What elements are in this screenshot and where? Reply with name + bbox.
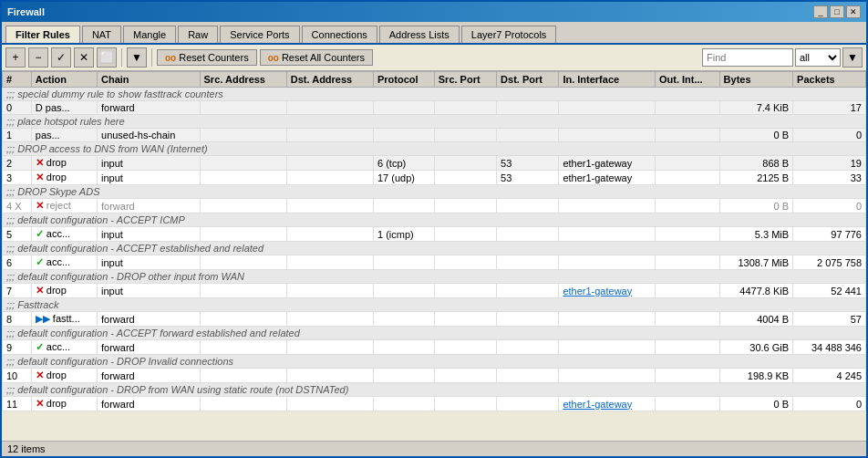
cell-chain: input <box>98 227 201 242</box>
cell-dst-port: 53 <box>497 171 559 185</box>
table-row[interactable]: 0D pas...forward7.4 KiB17 <box>3 101 866 115</box>
cell-packets: 0 <box>793 199 866 213</box>
tab-layer7[interactable]: Layer7 Protocols <box>461 26 557 43</box>
cell-num: 4 X <box>3 199 32 213</box>
section-header-row[interactable]: ;;; default configuration - ACCEPT forwa… <box>3 327 866 340</box>
enable-button[interactable]: ✓ <box>51 47 71 68</box>
cell-in-iface <box>559 369 656 383</box>
separator <box>121 48 122 67</box>
cell-src-port <box>434 312 496 327</box>
cell-src-addr <box>200 255 286 270</box>
cell-chain: input <box>98 156 201 171</box>
close-button[interactable]: ✕ <box>846 5 861 18</box>
table-row[interactable]: 1pas...unused-hs-chain0 B0 <box>3 129 866 142</box>
tab-address-lists[interactable]: Address Lists <box>379 26 460 43</box>
cell-dst-addr <box>286 199 373 213</box>
drop-icon: ✕ <box>36 172 44 182</box>
cell-dst-port <box>497 227 559 242</box>
cell-src-port <box>434 171 496 185</box>
tab-raw[interactable]: Raw <box>178 26 218 43</box>
tab-connections[interactable]: Connections <box>302 26 377 43</box>
cell-num: 6 <box>3 255 32 270</box>
col-chain: Chain <box>98 72 201 88</box>
cell-action: ✕ drop <box>31 369 97 383</box>
reset-counters-button[interactable]: oo Reset Counters <box>157 49 257 66</box>
cell-out-iface <box>656 129 720 142</box>
search-filter-select[interactable]: all <box>795 48 841 67</box>
cell-chain: input <box>98 255 201 270</box>
cell-protocol <box>373 397 434 411</box>
cell-dst-addr <box>286 397 373 411</box>
cell-src-addr <box>200 129 286 142</box>
table-row[interactable]: 9✓ acc...forward30.6 GiB34 488 346 <box>3 340 866 355</box>
section-header-text: ;;; default configuration - DROP from WA… <box>3 383 866 397</box>
table-row[interactable]: 3✕ dropinput17 (udp)53ether1-gateway2125… <box>3 171 866 185</box>
section-header-row[interactable]: ;;; default configuration - ACCEPT ICMP <box>3 213 866 227</box>
section-header-row[interactable]: ;;; default configuration - DROP other i… <box>3 270 866 284</box>
cell-bytes: 4004 B <box>719 312 793 327</box>
section-header-row[interactable]: ;;; DROP access to DNS from WAN (Interne… <box>3 142 866 156</box>
cell-bytes: 0 B <box>719 397 793 411</box>
section-header-row[interactable]: ;;; default configuration - ACCEPT estab… <box>3 242 866 255</box>
cell-dst-port <box>497 255 559 270</box>
cell-dst-addr <box>286 312 373 327</box>
tab-service-ports[interactable]: Service Ports <box>220 26 299 43</box>
cell-dst-port <box>497 284 559 298</box>
cell-src-port <box>434 369 496 383</box>
cell-out-iface <box>656 227 720 242</box>
tab-nat[interactable]: NAT <box>82 26 121 43</box>
cell-src-port <box>434 129 496 142</box>
remove-button[interactable]: − <box>28 47 48 68</box>
filter-button[interactable]: ▼ <box>127 47 147 68</box>
fast-icon: ▶▶ <box>36 313 50 324</box>
rules-table-container[interactable]: # Action Chain Src. Address Dst. Address… <box>2 71 866 441</box>
cell-chain: unused-hs-chain <box>98 129 201 142</box>
cell-num: 11 <box>3 397 32 411</box>
cell-action: pas... <box>31 129 97 142</box>
cell-packets: 33 <box>793 171 866 185</box>
section-header-row[interactable]: ;;; place hotspot rules here <box>3 115 866 129</box>
cell-action: ✓ acc... <box>31 227 97 242</box>
cell-out-iface <box>656 156 720 171</box>
cell-packets: 19 <box>793 156 866 171</box>
oo-icon2: oo <box>268 53 279 63</box>
section-header-row[interactable]: ;;; Fasttrack <box>3 298 866 312</box>
passthrough-icon: D <box>36 102 43 113</box>
cell-num: 0 <box>3 101 32 115</box>
search-input[interactable] <box>702 48 793 67</box>
section-header-text: ;;; default configuration - ACCEPT forwa… <box>3 327 866 340</box>
add-button[interactable]: + <box>5 47 26 68</box>
copy-button[interactable]: ⬜ <box>97 47 117 68</box>
reset-all-counters-button[interactable]: oo Reset All Counters <box>260 49 373 66</box>
cell-out-iface <box>656 312 720 327</box>
cell-dst-addr <box>286 227 373 242</box>
cell-bytes: 198.9 KB <box>719 369 793 383</box>
table-row[interactable]: 4 X✕ rejectforward0 B0 <box>3 199 866 213</box>
table-row[interactable]: 5✓ acc...input1 (icmp)5.3 MiB97 776 <box>3 227 866 242</box>
tab-mangle[interactable]: Mangle <box>123 26 176 43</box>
tab-bar: Filter Rules NAT Mangle Raw Service Port… <box>2 22 866 45</box>
minimize-button[interactable]: _ <box>813 5 828 18</box>
table-row[interactable]: 11✕ dropforwardether1-gateway0 B0 <box>3 397 866 411</box>
table-row[interactable]: 8▶▶ fastt...forward4004 B57 <box>3 312 866 327</box>
tab-filter-rules[interactable]: Filter Rules <box>5 26 80 43</box>
cell-out-iface <box>656 397 720 411</box>
disable-button[interactable]: ✕ <box>74 47 94 68</box>
section-header-text: ;;; special dummy rule to show fasttrack… <box>3 88 866 101</box>
cell-dst-addr <box>286 284 373 298</box>
section-header-row[interactable]: ;;; special dummy rule to show fasttrack… <box>3 88 866 101</box>
table-row[interactable]: 6✓ acc...input1308.7 MiB2 075 758 <box>3 255 866 270</box>
table-row[interactable]: 7✕ dropinputether1-gateway4477.8 KiB52 4… <box>3 284 866 298</box>
section-header-row[interactable]: ;;; DROP Skype ADS <box>3 185 866 199</box>
search-dropdown-button[interactable]: ▼ <box>842 47 863 68</box>
table-row[interactable]: 10✕ dropforward198.9 KB4 245 <box>3 369 866 383</box>
cell-action: ✕ drop <box>31 156 97 171</box>
section-header-row[interactable]: ;;; default configuration - DROP Invalid… <box>3 355 866 369</box>
maximize-button[interactable]: □ <box>830 5 844 18</box>
cell-action: ✕ drop <box>31 284 97 298</box>
table-row[interactable]: 2✕ dropinput6 (tcp)53ether1-gateway868 B… <box>3 156 866 171</box>
section-header-row[interactable]: ;;; default configuration - DROP from WA… <box>3 383 866 397</box>
cell-bytes: 0 B <box>719 199 793 213</box>
cell-dst-port <box>497 129 559 142</box>
cell-src-addr <box>200 369 286 383</box>
